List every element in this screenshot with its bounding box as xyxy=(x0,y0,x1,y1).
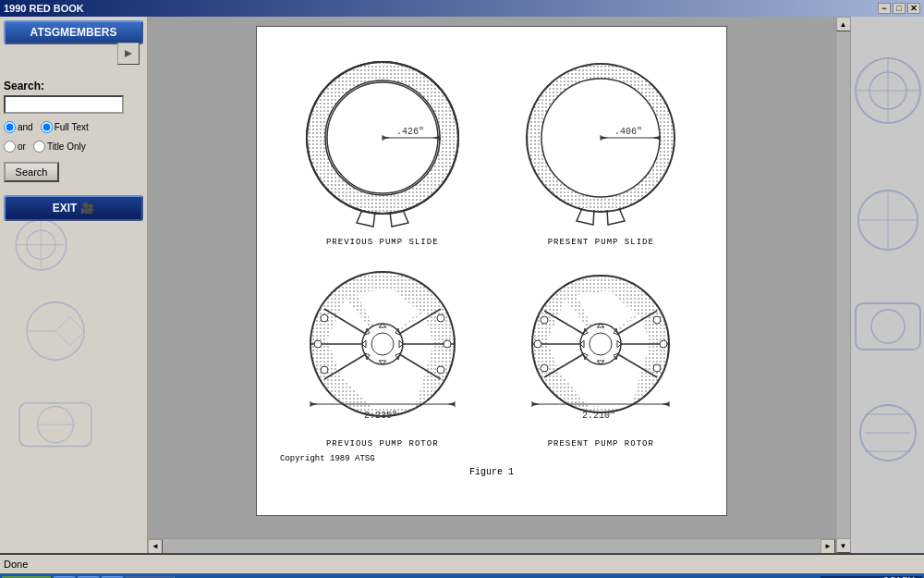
diagram-present-pump-rotor: 2.210" PRESENT PUMP ROTOR xyxy=(499,261,704,449)
present-pump-rotor-label: PRESENT PUMP ROTOR xyxy=(548,439,654,449)
svg-point-12 xyxy=(27,302,84,360)
close-button[interactable]: ✕ xyxy=(907,3,920,14)
status-bar: Done xyxy=(0,553,924,573)
svg-point-8 xyxy=(16,219,66,269)
svg-marker-7 xyxy=(125,50,132,57)
exit-button[interactable]: EXIT 🎥 xyxy=(4,195,143,221)
prev-pump-slide-svg: .426" xyxy=(290,50,475,235)
v-scroll-up-btn[interactable]: ▲ xyxy=(836,17,851,31)
v-scroll-track xyxy=(836,31,851,538)
atsg-members-button[interactable]: ATSGMEMBERS xyxy=(4,20,143,44)
maximize-button[interactable]: □ xyxy=(893,3,906,14)
h-scroll-track xyxy=(163,539,821,554)
boolean-radio-group: and Full Text xyxy=(4,121,143,133)
h-scroll-left-btn[interactable]: ◄ xyxy=(148,539,163,554)
svg-text:2.210": 2.210" xyxy=(582,411,615,421)
titleonly-label: Title Only xyxy=(47,141,86,152)
svg-point-83 xyxy=(541,316,548,324)
search-input[interactable] xyxy=(4,95,124,114)
prev-pump-rotor-svg: 2.235" xyxy=(290,261,475,437)
taskbar: ⊞ Start e 📁 ▶ 📖 ATSG 📶 🔊 🔋 9:54 PM 5/22/… xyxy=(0,573,924,578)
and-radio[interactable] xyxy=(4,121,16,133)
app-body: ATSGMEMBERS Search: and Full T xyxy=(0,17,924,553)
prev-pump-slide-label: PREVIOUS PUMP SLIDE xyxy=(326,238,439,247)
diagram-present-pump-slide: .406" PRESENT PUMP SLIDE xyxy=(499,50,704,247)
vertical-scrollbar[interactable]: ▲ ▼ xyxy=(835,17,850,553)
svg-text:.406": .406" xyxy=(614,127,642,137)
type-radio-group: or Title Only xyxy=(4,141,143,153)
svg-point-54 xyxy=(437,314,444,322)
svg-point-59 xyxy=(321,314,328,322)
and-label: and xyxy=(18,122,33,132)
diagram-prev-pump-slide: .426" PREVIOUS PUMP SLIDE xyxy=(280,50,485,247)
svg-point-53 xyxy=(371,333,394,355)
copyright-text: Copyright 1989 ATSG xyxy=(280,454,703,463)
right-sidebar xyxy=(850,17,924,553)
search-label: Search: xyxy=(4,80,143,92)
present-pump-slide-label: PRESENT PUMP SLIDE xyxy=(548,238,654,247)
svg-text:2.235": 2.235" xyxy=(364,411,397,421)
diagram-prev-pump-rotor: 2.235" PREVIOUS PUMP ROTOR xyxy=(280,261,485,449)
search-button[interactable]: Search xyxy=(4,162,59,182)
sidebar: ATSGMEMBERS Search: and Full T xyxy=(0,17,148,553)
svg-point-56 xyxy=(437,366,444,374)
svg-marker-87 xyxy=(532,402,540,406)
svg-text:.426": .426" xyxy=(396,127,424,137)
document-page: .426" PREVIOUS PUMP SLIDE xyxy=(148,17,835,538)
svg-point-79 xyxy=(660,340,667,348)
svg-point-78 xyxy=(653,316,661,324)
svg-point-81 xyxy=(541,364,548,372)
v-scroll-down-btn[interactable]: ▼ xyxy=(836,538,851,553)
horizontal-scrollbar[interactable]: ◄ ► xyxy=(148,538,835,553)
minimize-button[interactable]: − xyxy=(878,3,891,14)
fulltext-label: Full Text xyxy=(55,122,89,132)
present-pump-rotor-svg: 2.210" xyxy=(508,261,693,437)
prev-pump-rotor-label: PREVIOUS PUMP ROTOR xyxy=(326,439,439,449)
present-pump-slide-svg: .406" xyxy=(508,50,693,235)
or-radio[interactable] xyxy=(4,141,16,153)
exit-icon: 🎥 xyxy=(80,202,94,215)
svg-rect-13 xyxy=(19,403,91,447)
svg-point-14 xyxy=(38,407,74,443)
svg-point-58 xyxy=(314,340,322,348)
svg-point-55 xyxy=(444,340,451,348)
or-label: or xyxy=(18,141,26,152)
fulltext-radio[interactable] xyxy=(41,121,53,133)
page-paper: .426" PREVIOUS PUMP SLIDE xyxy=(256,26,727,516)
svg-marker-88 xyxy=(662,402,669,406)
svg-marker-63 xyxy=(310,402,318,406)
svg-point-9 xyxy=(27,230,55,259)
app-title: 1990 RED BOOK xyxy=(4,3,84,14)
title-bar: 1990 RED BOOK − □ ✕ xyxy=(0,0,924,17)
svg-point-94 xyxy=(871,310,905,343)
svg-point-82 xyxy=(534,340,541,348)
h-scroll-right-btn[interactable]: ► xyxy=(821,539,835,554)
main-content: .426" PREVIOUS PUMP SLIDE xyxy=(148,17,924,553)
right-bg-decoration xyxy=(851,17,924,535)
nav-icon-btn[interactable] xyxy=(117,43,140,65)
titleonly-radio[interactable] xyxy=(33,141,45,153)
left-bg-decoration xyxy=(0,202,111,525)
svg-point-77 xyxy=(590,333,612,355)
status-text: Done xyxy=(4,559,28,570)
title-controls: − □ ✕ xyxy=(878,3,920,14)
document-area: .426" PREVIOUS PUMP SLIDE xyxy=(148,17,835,553)
diagrams-grid: .426" PREVIOUS PUMP SLIDE xyxy=(280,50,703,449)
exit-label: EXIT xyxy=(53,202,78,215)
svg-point-57 xyxy=(321,366,328,374)
svg-point-80 xyxy=(653,364,661,372)
svg-marker-64 xyxy=(447,402,455,406)
figure-caption: Figure 1 xyxy=(280,467,703,477)
